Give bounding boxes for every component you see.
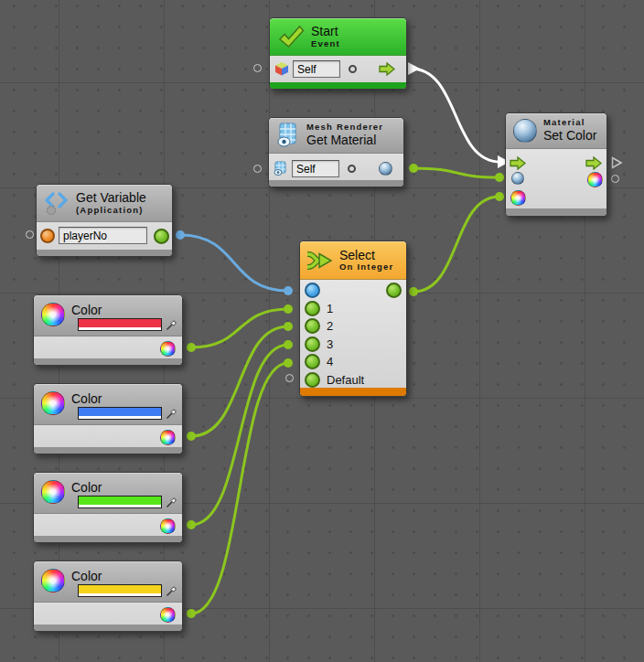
color-node-footer <box>34 625 182 631</box>
variable-name-field[interactable] <box>59 227 147 244</box>
start-node-title: Start <box>311 24 340 38</box>
target-picker-icon[interactable] <box>348 165 356 173</box>
node-select-on-integer[interactable]: Select On Integer 1 2 3 4 <box>299 240 407 397</box>
flow-output-port[interactable] <box>585 156 602 170</box>
color-swatch[interactable] <box>78 496 162 508</box>
select-footer <box>300 388 406 396</box>
variable-name-port[interactable] <box>40 229 55 243</box>
wire-endpoint <box>187 343 196 352</box>
wire-endpoint <box>176 230 185 240</box>
wire[interactable] <box>191 326 288 436</box>
branch-4-port[interactable] <box>305 354 320 369</box>
branch-4-label: 4 <box>327 355 333 368</box>
graph-canvas[interactable]: Start Event <box>0 0 644 662</box>
get-material-header: Mesh Renderer Get Material <box>269 118 403 154</box>
wire[interactable] <box>191 363 288 614</box>
color-input-port[interactable] <box>510 190 526 206</box>
color-wheel-icon <box>41 569 65 593</box>
flow-input-port[interactable] <box>510 156 526 170</box>
unconnected-flow-port[interactable] <box>611 156 623 169</box>
color-swatch[interactable] <box>78 584 162 597</box>
select-branch-row: 1 <box>300 300 406 318</box>
wire[interactable] <box>411 69 500 162</box>
branch-1-label: 1 <box>327 302 333 315</box>
select-header: Select On Integer <box>300 241 406 280</box>
start-node-subtitle: Event <box>311 39 340 49</box>
branch-default-port[interactable] <box>305 372 320 388</box>
game-object-icon <box>274 61 289 76</box>
checkmark-icon <box>277 25 305 48</box>
select-merge-icon <box>307 250 333 272</box>
color-wheel-icon <box>41 480 65 504</box>
wire-endpoint <box>284 340 293 349</box>
node-get-material[interactable]: Mesh Renderer Get Material <box>268 117 404 187</box>
get-variable-scope: (Application) <box>76 206 146 216</box>
color-output-port[interactable] <box>160 430 176 445</box>
get-variable-header: Get Variable (Application) <box>37 185 172 222</box>
material-output-port[interactable] <box>379 162 392 176</box>
alpha-bar <box>79 505 161 507</box>
unconnected-port[interactable] <box>253 165 262 173</box>
color-output-port[interactable] <box>160 607 176 623</box>
get-material-footer <box>269 180 403 187</box>
branch-2-port[interactable] <box>305 318 320 334</box>
color-node-footer <box>34 447 182 454</box>
select-branch-row: 2 <box>300 317 406 336</box>
get-material-target-field[interactable] <box>292 160 339 177</box>
branch-1-port[interactable] <box>305 301 320 316</box>
eyedropper-icon[interactable] <box>166 583 179 597</box>
branch-default-label: Default <box>327 373 364 387</box>
eyedropper-icon[interactable] <box>166 317 179 331</box>
color-output-port[interactable] <box>587 172 603 187</box>
select-output-port[interactable] <box>386 283 402 298</box>
get-variable-footer <box>37 250 172 256</box>
wire-endpoint <box>495 173 504 182</box>
unconnected-port[interactable] <box>253 64 262 72</box>
node-get-variable[interactable]: Get Variable (Application) <box>36 184 173 257</box>
eyedropper-icon[interactable] <box>166 406 179 420</box>
selector-input-port[interactable] <box>305 283 320 298</box>
branch-3-port[interactable] <box>305 336 320 352</box>
unconnected-port[interactable] <box>285 374 294 382</box>
wire-endpoint <box>187 520 196 529</box>
wire-endpoint <box>187 609 196 618</box>
target-picker-icon[interactable] <box>349 65 357 73</box>
start-target-field[interactable] <box>293 60 340 78</box>
select-subtitle: On Integer <box>339 262 394 272</box>
wire-endpoint <box>409 164 418 173</box>
alpha-bar <box>79 327 161 330</box>
get-variable-icon <box>44 190 70 216</box>
color-swatch[interactable] <box>78 407 162 420</box>
color-node-title: Color <box>71 303 175 317</box>
unconnected-port[interactable] <box>26 230 34 239</box>
wire-endpoint <box>284 358 293 368</box>
node-color-4[interactable]: Color <box>33 561 183 632</box>
select-selector-row <box>300 282 406 300</box>
color-node-footer <box>34 536 182 542</box>
color-node-title: Color <box>71 480 175 495</box>
node-set-color[interactable]: Material Set Color <box>505 112 607 217</box>
alpha-bar <box>79 593 161 596</box>
select-branch-row: 3 <box>300 336 406 354</box>
color-output-port[interactable] <box>160 518 176 534</box>
wire[interactable] <box>180 235 288 291</box>
node-color-2[interactable]: Color <box>33 383 183 454</box>
material-input-port[interactable] <box>511 172 524 185</box>
node-color-3[interactable]: Color <box>33 472 183 543</box>
variable-value-output-port[interactable] <box>154 229 169 244</box>
wire-endpoint <box>495 192 504 201</box>
get-material-component: Mesh Renderer <box>306 123 383 133</box>
start-node-footer <box>270 82 406 89</box>
eyedropper-icon[interactable] <box>166 495 179 508</box>
mesh-renderer-icon <box>276 123 300 148</box>
get-material-title: Get Material <box>306 133 383 147</box>
color-output-port[interactable] <box>160 341 176 357</box>
flow-output-port[interactable] <box>379 62 395 76</box>
unconnected-port[interactable] <box>611 175 619 183</box>
wire[interactable] <box>413 197 499 292</box>
node-color-1[interactable]: Color <box>33 294 183 366</box>
wire[interactable] <box>413 168 499 177</box>
color-swatch[interactable] <box>78 318 162 331</box>
node-start-event[interactable]: Start Event <box>269 17 407 90</box>
wire-endpoint <box>284 286 293 295</box>
